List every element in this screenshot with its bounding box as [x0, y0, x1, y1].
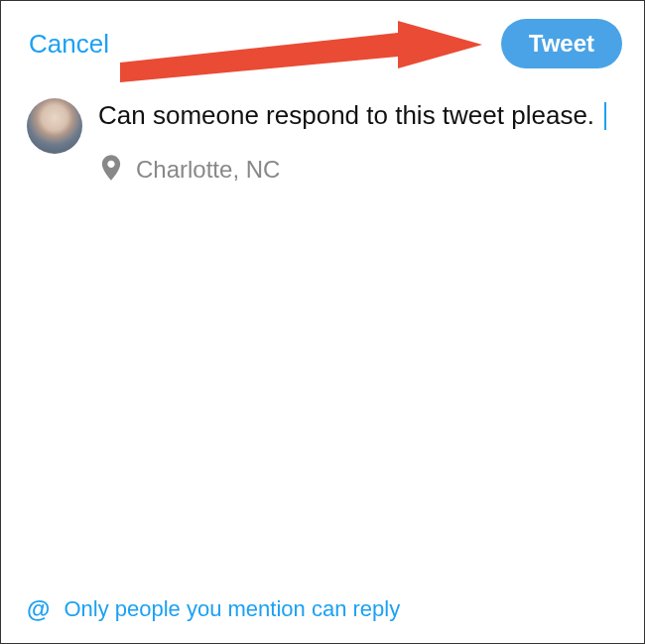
- location-text: Charlotte, NC: [136, 156, 280, 184]
- cancel-button[interactable]: Cancel: [29, 29, 109, 60]
- reply-restriction-text: Only people you mention can reply: [64, 596, 400, 622]
- mention-at-icon: @: [27, 595, 50, 623]
- compose-area: Can someone respond to this tweet please…: [1, 80, 644, 185]
- tweet-text-input[interactable]: Can someone respond to this tweet please…: [98, 98, 620, 133]
- tweet-button[interactable]: Tweet: [501, 19, 622, 68]
- header: Cancel Tweet: [1, 1, 644, 80]
- text-cursor: [604, 102, 606, 130]
- avatar[interactable]: [27, 98, 82, 154]
- reply-restriction-button[interactable]: @ Only people you mention can reply: [27, 595, 400, 623]
- location-tag[interactable]: Charlotte, NC: [100, 155, 620, 185]
- location-pin-icon: [100, 155, 122, 185]
- compose-body: Can someone respond to this tweet please…: [98, 98, 620, 185]
- compose-tweet-screen: Cancel Tweet Can someone respond to this…: [0, 0, 645, 644]
- tweet-text-content: Can someone respond to this tweet please…: [98, 100, 601, 130]
